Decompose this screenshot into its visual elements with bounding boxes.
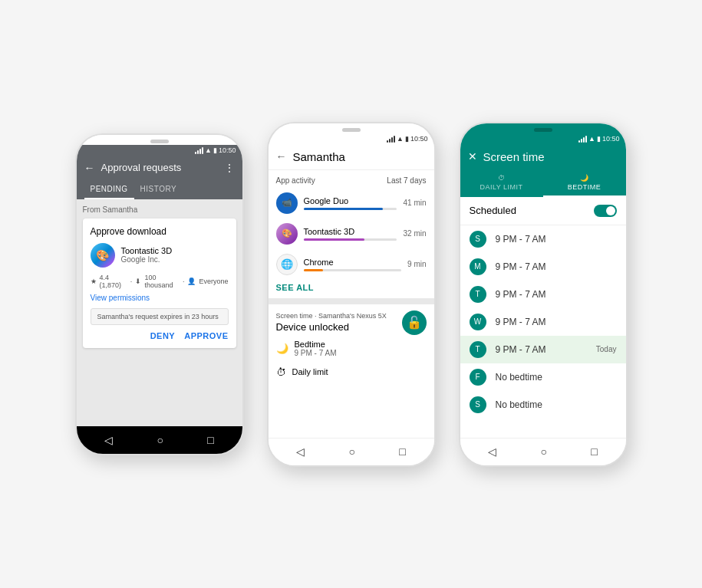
see-all-button[interactable]: SEE ALL xyxy=(269,280,434,298)
device-info: Screen time · Samantha's Nexus 5X Device… xyxy=(276,312,387,333)
toontastic-icon: 🎨 xyxy=(276,223,298,245)
person-icon: 👤 xyxy=(187,278,196,285)
scheduled-row: Scheduled xyxy=(460,197,626,225)
wednesday-circle: W xyxy=(470,314,486,330)
phone2-status-bar: ▲ ▮ 10:50 xyxy=(269,133,434,144)
bedtime-info: Bedtime 9 PM - 7 AM xyxy=(295,340,337,357)
rating-text: 4.4 (1,870) xyxy=(100,274,127,289)
duo-time: 41 min xyxy=(403,199,426,207)
close-icon[interactable]: ✕ xyxy=(468,150,477,163)
deny-button[interactable]: DENY xyxy=(150,331,176,340)
phone3-body: Scheduled S 9 PM - 7 AM M 9 PM - 7 AM T … xyxy=(460,197,626,438)
sunday1-circle: S xyxy=(470,231,486,248)
phone1-notch xyxy=(77,135,242,145)
phone3-speaker xyxy=(534,128,552,132)
tab-history[interactable]: HISTORY xyxy=(134,180,183,199)
today-label: Today xyxy=(596,345,617,353)
app-usage-chrome: 🌐 Chrome 9 min xyxy=(269,249,434,280)
saturday-time: No bedtime xyxy=(496,399,617,410)
friday-time: No bedtime xyxy=(496,372,617,383)
nav-back-button[interactable]: ◁ xyxy=(104,434,113,446)
more-icon[interactable]: ⋮ xyxy=(224,162,235,174)
phone3-battery-icon: ▮ xyxy=(597,135,601,143)
bedtime-tab-label: BEDTIME xyxy=(568,183,601,191)
phone3-wifi-icon: ▲ xyxy=(588,135,595,143)
separator: · xyxy=(130,278,133,285)
audience-text: Everyone xyxy=(199,278,228,285)
chrome-icon: 🌐 xyxy=(276,254,298,275)
schedule-tuesday[interactable]: T 9 PM - 7 AM xyxy=(460,281,626,308)
phone3-nav: ◁ ○ □ xyxy=(460,438,626,465)
phone3-nav-home[interactable]: ○ xyxy=(541,445,547,458)
schedule-monday[interactable]: M 9 PM - 7 AM xyxy=(460,253,626,281)
tab-pending[interactable]: PENDING xyxy=(84,180,134,199)
phone3-time: 10:50 xyxy=(602,135,620,143)
phone3: ▲ ▮ 10:50 ✕ Screen time ⏱ DAILY LIMIT 🌙 … xyxy=(459,122,628,467)
phone2-body: App activity Last 7 days 📹 Google Duo 41… xyxy=(269,170,434,438)
chrome-name: Chrome xyxy=(304,258,402,267)
chrome-info: Chrome xyxy=(304,258,402,271)
phone3-nav-back[interactable]: ◁ xyxy=(488,445,496,458)
app-info: Toontastic 3D Google Inc. xyxy=(121,246,173,264)
tab-daily-limit[interactable]: ⏱ DAILY LIMIT xyxy=(460,169,543,197)
bedtime-row: 🌙 Bedtime 9 PM - 7 AM xyxy=(276,335,427,362)
phones-container: ▲ ▮ 10:50 ← Approval requests ⋮ PENDING … xyxy=(44,91,658,498)
nav-recents-button[interactable]: □ xyxy=(207,434,213,446)
schedule-wednesday[interactable]: W 9 PM - 7 AM xyxy=(460,308,626,336)
nav-home-button[interactable]: ○ xyxy=(157,434,163,446)
download-icon: ⬇ xyxy=(135,278,141,285)
daily-limit-title: Daily limit xyxy=(292,367,328,376)
duo-bar-fill xyxy=(304,208,384,210)
scheduled-toggle[interactable] xyxy=(594,205,617,217)
tuesday-circle: T xyxy=(470,286,486,303)
monday-circle: M xyxy=(470,258,486,275)
approval-card: Approve download 🎨 Toontastic 3D Google … xyxy=(83,218,236,348)
schedule-friday[interactable]: F No bedtime xyxy=(460,363,626,391)
bedtime-time: 9 PM - 7 AM xyxy=(295,349,337,357)
timer-icon: ⏱ xyxy=(276,366,286,378)
phone2-nav-recents[interactable]: □ xyxy=(399,445,405,458)
phone2-time: 10:50 xyxy=(410,135,428,143)
monday-time: 9 PM - 7 AM xyxy=(496,261,617,272)
chrome-bar-bg xyxy=(304,269,402,271)
phone2-nav-back[interactable]: ◁ xyxy=(296,445,305,458)
moon-tab-icon: 🌙 xyxy=(580,174,589,182)
schedule-sunday1[interactable]: S 9 PM - 7 AM xyxy=(460,225,626,253)
toontastic-time: 32 min xyxy=(403,229,426,238)
phone1-nav: ◁ ○ □ xyxy=(77,426,242,454)
phone1-title: Approval requests xyxy=(101,162,224,173)
phone3-nav-recents[interactable]: □ xyxy=(591,445,597,458)
lock-icon: 🔓 xyxy=(402,310,427,335)
approval-title: Approve download xyxy=(91,226,229,237)
chrome-bar-fill xyxy=(304,269,324,271)
phone1: ▲ ▮ 10:50 ← Approval requests ⋮ PENDING … xyxy=(75,133,244,455)
phone1-tabs: PENDING HISTORY xyxy=(77,180,242,199)
daily-limit-tab-label: DAILY LIMIT xyxy=(480,183,522,191)
toontastic-bar-fill xyxy=(304,238,364,241)
phone3-title: Screen time xyxy=(483,150,618,163)
bedtime-title: Bedtime xyxy=(295,340,337,349)
thursday-time: 9 PM - 7 AM xyxy=(496,344,587,355)
approve-button[interactable]: APPROVE xyxy=(184,331,228,340)
phone1-time: 10:50 xyxy=(219,146,236,154)
thursday-circle: T xyxy=(470,341,486,358)
phone1-status-bar: ▲ ▮ 10:50 xyxy=(77,145,242,156)
schedule-thursday[interactable]: T 9 PM - 7 AM Today xyxy=(460,336,626,363)
view-permissions-link[interactable]: View permissions xyxy=(91,294,229,302)
phone2-signal-icon xyxy=(387,135,395,143)
toontastic-bar-bg xyxy=(304,238,397,241)
phone2-battery-icon: ▮ xyxy=(405,135,409,143)
phone3-header: ✕ Screen time xyxy=(460,144,626,169)
phone3-notch xyxy=(460,123,626,133)
duo-info: Google Duo xyxy=(304,196,397,210)
phone2-nav-home[interactable]: ○ xyxy=(349,445,355,458)
app-name: Toontastic 3D xyxy=(121,246,173,255)
app-icon: 🎨 xyxy=(91,243,115,268)
last-days-label: Last 7 days xyxy=(387,176,426,185)
phone3-tabs: ⏱ DAILY LIMIT 🌙 BEDTIME xyxy=(460,169,626,197)
phone1-header: ← Approval requests ⋮ xyxy=(77,156,242,180)
back-icon[interactable]: ← xyxy=(84,162,95,174)
phone2-back-icon[interactable]: ← xyxy=(276,150,287,163)
schedule-saturday[interactable]: S No bedtime xyxy=(460,391,626,419)
tab-bedtime[interactable]: 🌙 BEDTIME xyxy=(543,169,626,197)
